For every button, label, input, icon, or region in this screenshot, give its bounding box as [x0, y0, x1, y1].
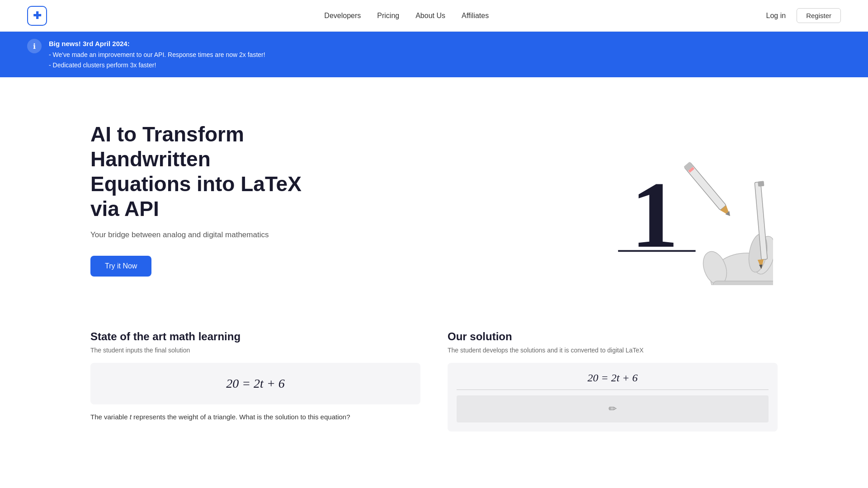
left-column: State of the art math learning The stude…: [90, 330, 420, 437]
right-solution-box: 20 = 2t + 6 ✏: [448, 363, 778, 432]
announcement-title: Big news! 3rd April 2024:: [49, 38, 265, 50]
hero-content: AI to Transform Handwritten Equations in…: [90, 122, 316, 277]
left-col-title: State of the art math learning: [90, 330, 420, 343]
hero-image: 1: [588, 113, 778, 285]
nav-affiliates[interactable]: Affiliates: [462, 12, 489, 20]
left-equation-box: 20 = 2t + 6: [90, 363, 420, 404]
hand-writing-illustration: 1: [592, 113, 773, 285]
nav-about-us[interactable]: About Us: [415, 12, 445, 20]
nav-auth: Log in Register: [766, 8, 841, 23]
left-equation: 20 = 2t + 6: [226, 376, 285, 390]
register-button[interactable]: Register: [797, 8, 841, 23]
hero-title: AI to Transform Handwritten Equations in…: [90, 122, 316, 222]
right-equation: 20 = 2t + 6: [457, 372, 769, 384]
announcement-text: Big news! 3rd April 2024: - We've made a…: [49, 38, 265, 71]
announcement-banner: ℹ Big news! 3rd April 2024: - We've made…: [0, 32, 868, 77]
logo-container[interactable]: ✚: [27, 6, 47, 26]
navbar: ✚ Developers Pricing About Us Affiliates…: [0, 0, 868, 32]
nav-links: Developers Pricing About Us Affiliates: [324, 12, 489, 20]
left-description: The variable t represents the weight of …: [90, 412, 420, 422]
handwriting-input-area[interactable]: ✏: [457, 395, 769, 422]
try-it-now-button[interactable]: Try it Now: [90, 256, 151, 277]
svg-rect-16: [713, 281, 773, 285]
svg-rect-15: [758, 181, 764, 187]
right-column: Our solution The student develops the so…: [448, 330, 778, 437]
divider-line: [457, 389, 769, 390]
right-col-subtitle: The student develops the solutions and i…: [448, 347, 778, 354]
info-icon: ℹ: [27, 39, 42, 53]
announcement-line2: - Dedicated clusters perform 3x faster!: [49, 60, 265, 71]
right-col-title: Our solution: [448, 330, 778, 343]
left-col-subtitle: The student inputs the final solution: [90, 347, 420, 354]
nav-developers[interactable]: Developers: [324, 12, 361, 20]
login-link[interactable]: Log in: [766, 12, 786, 20]
bottom-section: State of the art math learning The stude…: [0, 312, 868, 437]
hero-subtitle: Your bridge between analog and digital m…: [90, 230, 316, 239]
logo-icon: ✚: [27, 6, 47, 26]
pencil-icon: ✏: [609, 403, 617, 415]
nav-pricing[interactable]: Pricing: [377, 12, 399, 20]
announcement-line1: - We've made an improvement to our API. …: [49, 50, 265, 61]
hero-section: AI to Transform Handwritten Equations in…: [0, 77, 868, 312]
